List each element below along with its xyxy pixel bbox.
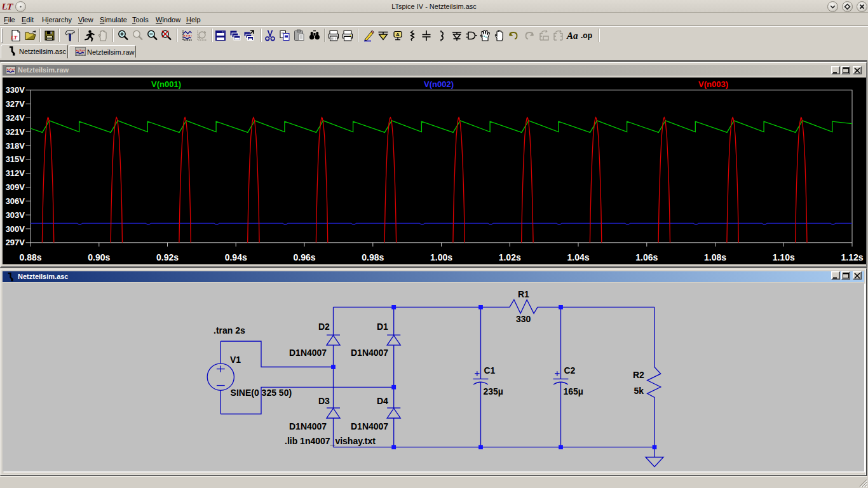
svg-text:330V: 330V xyxy=(6,85,25,95)
svg-text:1.02s: 1.02s xyxy=(499,252,521,262)
svg-text:1.06s: 1.06s xyxy=(635,252,658,262)
svg-text:306V: 306V xyxy=(6,196,25,206)
svg-text:235µ: 235µ xyxy=(484,386,503,396)
svg-text:D4: D4 xyxy=(377,396,388,406)
svg-text:D1N4007: D1N4007 xyxy=(351,421,388,431)
svg-text:324V: 324V xyxy=(6,113,25,123)
svg-text:R1: R1 xyxy=(518,289,529,299)
svg-text:1.10s: 1.10s xyxy=(773,252,795,262)
svg-text:0.96s: 0.96s xyxy=(293,252,315,262)
svg-text:315V: 315V xyxy=(6,154,25,164)
svg-text:D1N4007: D1N4007 xyxy=(289,348,327,358)
svg-text:.op: .op xyxy=(581,31,592,40)
svg-text:0.90s: 0.90s xyxy=(88,252,110,262)
svg-text:.tran 2s: .tran 2s xyxy=(214,325,245,336)
svg-text:297V: 297V xyxy=(6,238,25,247)
svg-text:.lib 1n4007_vishay.txt: .lib 1n4007_vishay.txt xyxy=(285,436,376,446)
svg-text:V(n002): V(n002) xyxy=(424,79,454,89)
svg-text:V1: V1 xyxy=(230,355,241,365)
svg-text:318V: 318V xyxy=(6,141,25,151)
svg-text:D1: D1 xyxy=(377,322,388,332)
svg-text:330: 330 xyxy=(516,314,531,324)
svg-text:1.08s: 1.08s xyxy=(704,252,726,262)
svg-text:V(n003): V(n003) xyxy=(698,79,728,89)
svg-text:0.88s: 0.88s xyxy=(19,252,41,262)
svg-text:C2: C2 xyxy=(564,365,576,376)
svg-text:300V: 300V xyxy=(6,224,25,234)
svg-text:0.98s: 0.98s xyxy=(362,252,384,262)
svg-text:1.04s: 1.04s xyxy=(567,252,589,262)
svg-text:V(n001): V(n001) xyxy=(151,79,181,89)
svg-text:1.00s: 1.00s xyxy=(430,252,452,262)
svg-text:0.92s: 0.92s xyxy=(156,252,179,262)
svg-text:D1N4007: D1N4007 xyxy=(289,421,327,431)
svg-text:303V: 303V xyxy=(6,210,25,220)
svg-text:A: A xyxy=(396,32,400,37)
svg-text:R2: R2 xyxy=(633,370,644,380)
svg-text:165µ: 165µ xyxy=(564,386,583,396)
svg-text:312V: 312V xyxy=(6,168,25,178)
svg-text:0.94s: 0.94s xyxy=(225,252,247,262)
svg-text:5k: 5k xyxy=(634,386,644,396)
svg-text:321V: 321V xyxy=(6,127,25,137)
svg-text:327V: 327V xyxy=(6,99,25,109)
svg-text:D3: D3 xyxy=(318,396,330,406)
svg-text:309V: 309V xyxy=(6,182,25,192)
svg-text:1.12s: 1.12s xyxy=(841,252,863,262)
svg-text:C1: C1 xyxy=(484,365,496,376)
svg-text:D1N4007: D1N4007 xyxy=(351,348,388,358)
svg-text:SINE(0 325 50): SINE(0 325 50) xyxy=(231,388,292,398)
svg-text:Aa: Aa xyxy=(566,30,578,41)
svg-text:D2: D2 xyxy=(318,322,330,332)
